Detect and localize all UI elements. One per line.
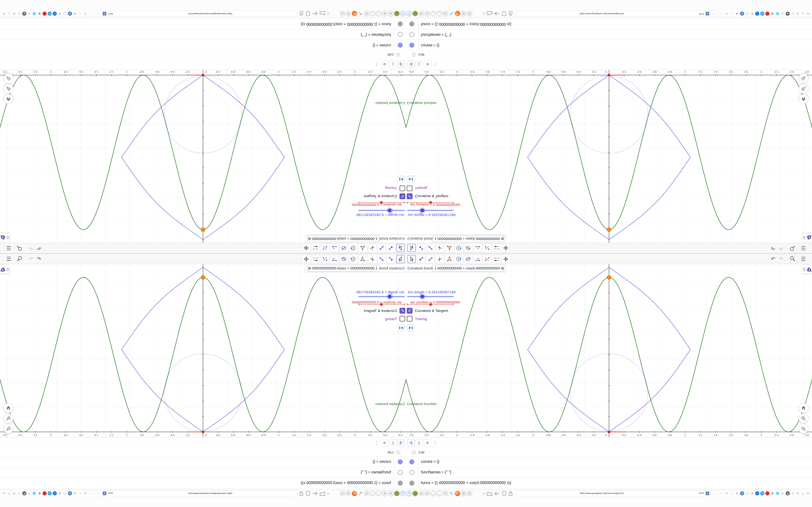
globe-icon[interactable]: ⊕: [364, 11, 369, 16]
shield-icon[interactable]: ◇: [17, 491, 21, 495]
firefox-icon[interactable]: [455, 11, 460, 16]
tool-move-graphics-view[interactable]: [502, 255, 510, 263]
oval-icon[interactable]: ◯: [745, 12, 749, 16]
search-icon[interactable]: [789, 244, 796, 251]
function-input[interactable]: 1.000000000000 + cos(4.000000000000 x): [307, 265, 379, 272]
undo-button[interactable]: ↶: [36, 244, 42, 251]
gear-icon[interactable]: ⚙: [424, 439, 431, 446]
oval-icon[interactable]: ◯: [745, 491, 749, 495]
globe-gray-icon[interactable]: ⊕: [796, 12, 800, 16]
download-icon[interactable]: ↓: [730, 491, 734, 495]
back-arrow-icon[interactable]: [312, 491, 318, 496]
page-zoom-badge[interactable]: 81%: [699, 492, 704, 495]
gear-icon[interactable]: ⚙: [750, 12, 754, 16]
panel-toggle-logo-button[interactable]: [0, 265, 10, 274]
trash-icon[interactable]: 🗑: [770, 491, 774, 495]
globe-color-icon[interactable]: 🌐: [775, 12, 779, 16]
step-animation-button[interactable]: [407, 176, 414, 182]
kebab-menu-icon[interactable]: ⋮: [433, 62, 437, 67]
gauge-icon[interactable]: ◡: [437, 11, 442, 16]
globe-icon[interactable]: ⊕: [340, 491, 345, 496]
zoom-in-button[interactable]: [4, 84, 13, 94]
shield-icon[interactable]: ◇: [17, 12, 21, 16]
panel-toggle-logo-button[interactable]: [802, 265, 812, 274]
arc-length-slider-knob[interactable]: [388, 295, 392, 298]
tool-ellipse[interactable]: [340, 255, 348, 263]
tool-move[interactable]: [407, 244, 416, 252]
battery-icon[interactable]: ▯: [27, 491, 32, 495]
url-bar[interactable]: https://www.geogebra.org/classic/aagcxh3…: [94, 490, 297, 496]
zoom-out-button[interactable]: [4, 424, 13, 434]
zoom-out-button[interactable]: [799, 73, 808, 83]
lock-icon[interactable]: [508, 11, 513, 16]
bookmark-star-icon[interactable]: ☆: [712, 12, 715, 16]
list-group-row[interactable]: – List: [406, 448, 812, 457]
graph-canvas[interactable]: -2.6-2.4-2.2-2-1.8-1.6-1.4-1.2-1-0.8-0.6…: [0, 70, 406, 243]
menu-icon[interactable]: ☰: [800, 244, 807, 251]
shield-dark-icon[interactable]: ▲: [22, 491, 27, 495]
tool-point[interactable]: A: [417, 244, 425, 252]
tool-move[interactable]: [396, 255, 405, 263]
gear-icon[interactable]: ⚙: [424, 61, 431, 68]
visibility-toggle-dot[interactable]: [398, 32, 403, 37]
tool-circle-center-point[interactable]: [349, 244, 357, 252]
visibility-toggle-dot[interactable]: [409, 481, 414, 486]
globe-icon[interactable]: ⊕: [382, 491, 388, 496]
visibility-toggle-dot[interactable]: [398, 21, 403, 26]
translate-icon[interactable]: A: [103, 492, 106, 495]
tool-line[interactable]: [377, 255, 386, 263]
sync-blue-icon[interactable]: ↻: [48, 491, 52, 495]
tool-polygon[interactable]: [445, 255, 453, 263]
dot-red-icon[interactable]: [43, 12, 47, 16]
wrench-icon[interactable]: 🔧: [449, 11, 454, 16]
url-bar[interactable]: https://www.geogebra.org/classic/aagcxh3…: [94, 11, 297, 17]
graphics-view[interactable]: -2.6-2.4-2.2-2-1.8-1.6-1.4-1.2-1-0.8-0.6…: [0, 264, 406, 437]
olive-icon[interactable]: ◎: [394, 11, 400, 16]
tool-reflect-about-line[interactable]: [321, 255, 329, 263]
gear-icon[interactable]: ⚙: [346, 491, 351, 496]
download-icon[interactable]: ↓: [78, 12, 82, 16]
tool-line[interactable]: [426, 244, 435, 252]
translate-icon[interactable]: A: [740, 12, 744, 16]
globe-color-icon[interactable]: 🌐: [33, 12, 37, 16]
redo-button[interactable]: ↷: [28, 244, 35, 251]
globe-gray-icon[interactable]: ⊕: [796, 491, 800, 495]
globe-icon[interactable]: ⊕: [424, 11, 430, 16]
paint-icon[interactable]: ✒: [735, 12, 739, 16]
arc-position-point[interactable]: [608, 74, 610, 76]
tool-slider[interactable]: a = 2: [492, 255, 501, 263]
gear-icon[interactable]: ⚙: [381, 61, 388, 68]
paint-icon[interactable]: ✒: [735, 491, 739, 495]
tool-intersect[interactable]: [436, 255, 444, 263]
algebra-row[interactable]: funcs = {1.000000000000 + cos(4.00000000…: [0, 478, 406, 489]
tree-view-icon[interactable]: [397, 439, 405, 446]
gauge-icon[interactable]: ◡: [370, 11, 375, 16]
sync-blue-icon[interactable]: ↻: [760, 491, 764, 495]
thumb-icon[interactable]: △: [7, 12, 11, 16]
gear-icon[interactable]: ⚙: [346, 11, 351, 16]
arc-position-slider-knob[interactable]: [429, 303, 432, 306]
folder-icon[interactable]: [319, 491, 325, 496]
redo-button[interactable]: ↷: [777, 244, 784, 251]
zoom-in-button[interactable]: [799, 84, 808, 94]
globe-icon[interactable]: ⊕: [467, 11, 472, 16]
gauge-icon[interactable]: ◡: [376, 11, 382, 16]
collapse-icon[interactable]: –: [396, 450, 400, 454]
olive-icon[interactable]: ◎: [412, 491, 418, 496]
globe-icon[interactable]: ⊕: [340, 11, 345, 16]
translate-icon[interactable]: A: [68, 491, 72, 495]
tracing-checkbox[interactable]: [400, 185, 405, 191]
tree-view-icon[interactable]: [407, 61, 415, 68]
tool-move[interactable]: [407, 255, 416, 263]
trash-icon[interactable]: 🗑: [38, 491, 42, 495]
graph-canvas[interactable]: -2.6-2.4-2.2-2-1.8-1.6-1.4-1.2-1-0.8-0.6…: [0, 264, 406, 437]
menu-icon[interactable]: ☰: [800, 256, 807, 263]
fx-icon[interactable]: fx: [416, 61, 423, 68]
shield-dark-icon[interactable]: ▲: [22, 12, 27, 16]
undo-button[interactable]: ↶: [770, 256, 776, 263]
page-zoom-badge[interactable]: 81%: [699, 12, 704, 15]
gear-icon[interactable]: ⚙: [461, 11, 466, 16]
menu-icon[interactable]: ☰: [5, 244, 12, 251]
tool-circle-center-point[interactable]: [455, 244, 463, 252]
globe-icon[interactable]: ⊕: [424, 491, 430, 496]
